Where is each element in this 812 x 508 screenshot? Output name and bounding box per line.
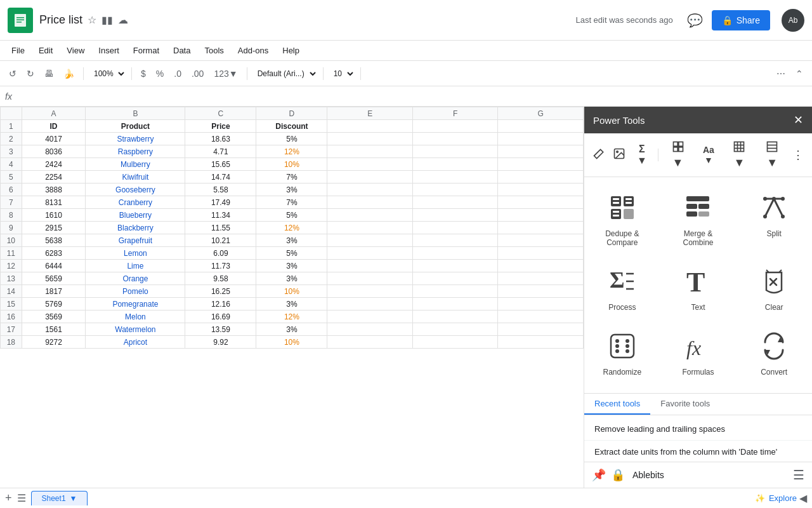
paint-format-button[interactable]: 🍌 [60, 66, 78, 81]
cell-12-discount[interactable]: 3% [256, 260, 327, 272]
cell-3-e[interactable] [327, 145, 412, 158]
cell-14-id[interactable]: 1817 [22, 285, 86, 298]
tool-randomize[interactable]: Randomize [586, 323, 659, 385]
cell-16-discount[interactable]: 12% [256, 311, 327, 323]
format-123-button[interactable]: 123 ▼ [210, 66, 241, 81]
cell-11-f[interactable] [412, 247, 497, 260]
cell-17-id[interactable]: 1561 [22, 323, 86, 336]
cell-6-e[interactable] [327, 184, 412, 196]
cell-15-product[interactable]: Pomegranate [86, 298, 185, 311]
collapse-panel-button[interactable]: ◀ [799, 492, 807, 504]
cell-5-price[interactable]: 14.74 [185, 171, 256, 184]
tool-process[interactable]: Σ Process [586, 258, 659, 321]
cell-4-id[interactable]: 2424 [22, 158, 86, 171]
cell-14-g[interactable] [498, 285, 584, 298]
recent-item-2[interactable]: Extract date units from the column with … [584, 441, 812, 462]
menu-format[interactable]: Format [127, 43, 166, 58]
cell-16-price[interactable]: 16.69 [185, 311, 256, 323]
cell-14-product[interactable]: Pomelo [86, 285, 185, 298]
tool-dedupe-compare[interactable]: Dedupe &Compare [586, 185, 659, 256]
cell-10-discount[interactable]: 3% [256, 234, 327, 247]
col-header-c[interactable]: C [185, 107, 256, 120]
cell-16-e[interactable] [327, 311, 412, 323]
cell-13-discount[interactable]: 3% [256, 272, 327, 285]
cell-3-price[interactable]: 4.71 [185, 145, 256, 158]
cell-8-product[interactable]: Blueberry [86, 209, 185, 222]
cell-3-product[interactable]: Raspberry [86, 145, 185, 158]
cell-4-g[interactable] [498, 158, 584, 171]
cell-8-id[interactable]: 1610 [22, 209, 86, 222]
percent-button[interactable]: % [152, 66, 167, 81]
cell-6-product[interactable]: Gooseberry [86, 184, 185, 196]
fontsize-select[interactable]: 10 [329, 67, 355, 80]
header-id[interactable]: ID [22, 120, 86, 133]
cell-17-price[interactable]: 13.59 [185, 323, 256, 336]
cell-1e[interactable] [327, 120, 412, 133]
cell-11-e[interactable] [327, 247, 412, 260]
cell-10-id[interactable]: 5638 [22, 234, 86, 247]
col-header-e[interactable]: E [327, 107, 412, 120]
collapse-toolbar-button[interactable]: ⌃ [792, 66, 807, 81]
cell-6-id[interactable]: 3888 [22, 184, 86, 196]
cell-8-price[interactable]: 11.34 [185, 209, 256, 222]
cell-14-e[interactable] [327, 285, 412, 298]
cell-3-id[interactable]: 8036 [22, 145, 86, 158]
cell-7-id[interactable]: 8131 [22, 196, 86, 209]
redo-button[interactable]: ↻ [23, 66, 38, 81]
cell-5-discount[interactable]: 7% [256, 171, 327, 184]
cell-10-e[interactable] [327, 234, 412, 247]
cell-15-price[interactable]: 12.16 [185, 298, 256, 311]
cell-17-f[interactable] [412, 323, 497, 336]
cell-5-product[interactable]: Kiwifruit [86, 171, 185, 184]
cell-18-product[interactable]: Apricot [86, 336, 185, 349]
add-sheet-button[interactable]: + [5, 491, 12, 505]
cell-9-f[interactable] [412, 222, 497, 234]
menu-data[interactable]: Data [167, 43, 197, 58]
cell-3-g[interactable] [498, 145, 584, 158]
cell-14-discount[interactable]: 10% [256, 285, 327, 298]
cell-15-f[interactable] [412, 298, 497, 311]
cell-11-g[interactable] [498, 247, 584, 260]
panel-tool-wand[interactable] [591, 145, 607, 165]
cell-9-g[interactable] [498, 222, 584, 234]
cell-18-e[interactable] [327, 336, 412, 349]
cell-2-f[interactable] [412, 133, 497, 145]
cell-10-g[interactable] [498, 234, 584, 247]
cell-12-f[interactable] [412, 260, 497, 272]
cell-6-g[interactable] [498, 184, 584, 196]
cell-12-price[interactable]: 11.73 [185, 260, 256, 272]
cell-6-f[interactable] [412, 184, 497, 196]
cell-17-e[interactable] [327, 323, 412, 336]
tab-recent-tools[interactable]: Recent tools [584, 394, 650, 415]
cell-9-price[interactable]: 11.55 [185, 222, 256, 234]
panel-tool-grid2[interactable]: ▼ [725, 138, 754, 171]
cloud-icon[interactable]: ☁ [118, 14, 128, 26]
move-icon[interactable]: ▮▮ [102, 14, 113, 26]
menu-addons[interactable]: Add-ons [232, 43, 275, 58]
cell-11-product[interactable]: Lemon [86, 247, 185, 260]
cell-16-product[interactable]: Melon [86, 311, 185, 323]
cell-8-g[interactable] [498, 209, 584, 222]
recent-item-1[interactable]: Remove leading and trailing spaces [584, 418, 812, 441]
zoom-select[interactable]: 100% [89, 67, 126, 80]
cell-8-f[interactable] [412, 209, 497, 222]
tool-convert[interactable]: Convert [737, 323, 811, 385]
cell-3-f[interactable] [412, 145, 497, 158]
sheet-wrapper[interactable]: A B C D E F G 1 ID Product Pr [0, 107, 584, 488]
col-header-f[interactable]: F [412, 107, 497, 120]
tool-formulas[interactable]: fx Formulas [662, 323, 735, 385]
cell-9-e[interactable] [327, 222, 412, 234]
tab-favorite-tools[interactable]: Favorite tools [650, 394, 720, 415]
cell-9-id[interactable]: 2915 [22, 222, 86, 234]
cell-13-f[interactable] [412, 272, 497, 285]
lock-icon[interactable]: 🔒 [611, 468, 625, 482]
col-header-d[interactable]: D [256, 107, 327, 120]
panel-tool-image[interactable] [611, 145, 627, 165]
cell-4-price[interactable]: 15.65 [185, 158, 256, 171]
cell-10-f[interactable] [412, 234, 497, 247]
cell-6-discount[interactable]: 3% [256, 184, 327, 196]
cell-16-g[interactable] [498, 311, 584, 323]
menu-insert[interactable]: Insert [92, 43, 126, 58]
cell-12-e[interactable] [327, 260, 412, 272]
cell-7-g[interactable] [498, 196, 584, 209]
